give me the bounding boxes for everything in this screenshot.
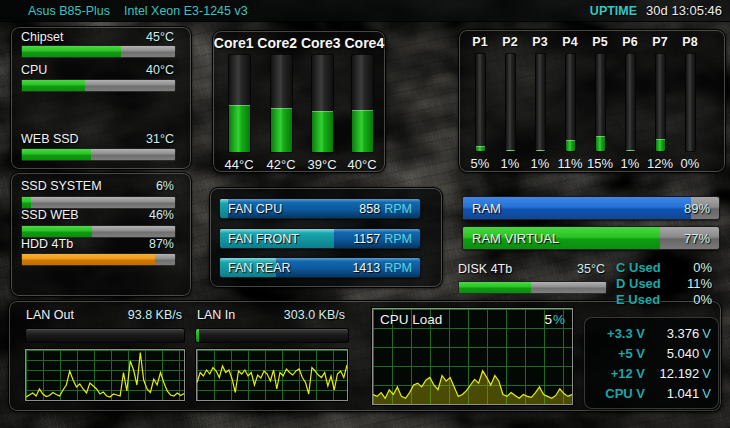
- fan-bar: FAN FRONT1157RPM: [219, 228, 421, 249]
- p-column: P2 1%: [497, 35, 523, 171]
- voltage-unit: V: [702, 346, 711, 361]
- cpu-load-graph: CPU Load 5%: [372, 308, 573, 405]
- drive-value: 6%: [156, 180, 174, 193]
- p-value: 0%: [677, 156, 703, 171]
- fan-rpm-unit: RPM: [384, 232, 412, 246]
- fan-label: FAN CPU: [228, 202, 282, 216]
- p-label: P8: [677, 35, 703, 49]
- fan-bar: FAN CPU858RPM: [219, 198, 421, 219]
- lan-out-bar: [25, 328, 185, 343]
- temp-value: 45°C: [146, 31, 174, 44]
- fan-rpm: 1157: [353, 232, 380, 246]
- voltage-value: 1.041: [667, 386, 700, 401]
- disk-temp-row: DISK 4Tb35°C: [458, 263, 605, 276]
- p-value: 5%: [467, 156, 493, 171]
- temp-label: WEB SSD: [21, 133, 79, 146]
- p-column: P3 1%: [527, 35, 553, 171]
- core-temps-panel: Core1 Core2 Core3 Core4 44°C 42°C 39°C 4…: [212, 30, 386, 173]
- p-value: 15%: [587, 156, 613, 171]
- core-temp-value: 40°C: [341, 157, 383, 172]
- p-column: P7 12%: [647, 35, 673, 171]
- temperature-panel: Chipset45°C CPU40°C WEB SSD31°C: [10, 26, 192, 170]
- fan-label: FAN REAR: [228, 261, 291, 275]
- lan-out-graph: [25, 349, 185, 401]
- used-value: 0%: [693, 293, 712, 307]
- p-label: P6: [617, 35, 643, 49]
- voltage-unit: V: [702, 366, 711, 381]
- core-column: 42°C: [260, 54, 302, 172]
- ram-value: 77%: [684, 231, 710, 246]
- drive-bar: [21, 253, 176, 266]
- voltage-unit: V: [702, 386, 711, 401]
- core-column: 40°C: [341, 54, 383, 172]
- disk-value: 35°C: [577, 263, 605, 276]
- lan-in-value: 303.0 KB/s: [284, 309, 345, 322]
- fan-label: FAN FRONT: [228, 232, 299, 246]
- used-label: D Used: [616, 277, 661, 291]
- voltage-value: 3.376: [667, 326, 700, 341]
- p-label: P7: [647, 35, 673, 49]
- p-column: P4 11%: [557, 35, 583, 171]
- ram-value: 89%: [684, 201, 710, 216]
- drive-label: HDD 4Tb: [21, 238, 73, 251]
- motherboard-name: Asus B85-Plus: [28, 4, 110, 18]
- voltage-value: 5.040: [667, 346, 700, 361]
- temp-value: 40°C: [146, 64, 174, 77]
- p-value: 1%: [527, 156, 553, 171]
- drive-label: SSD WEB: [21, 209, 79, 222]
- p-label: P4: [557, 35, 583, 49]
- ram-bar: RAM89%: [462, 196, 720, 220]
- lan-in-graph: [196, 349, 348, 401]
- temp-value: 31°C: [146, 133, 174, 146]
- ram-label: RAM VIRTUAL: [472, 231, 559, 246]
- voltage-label: +3.3 V: [585, 327, 645, 341]
- lan-out-value: 93.8 KB/s: [128, 309, 182, 322]
- p-column: P6 1%: [617, 35, 643, 171]
- fan-rpm-unit: RPM: [384, 202, 412, 216]
- thread-load-panel: P1 5% P2 1% P3 1% P4 11% P5 15% P6 1%: [458, 29, 726, 173]
- p-value: 1%: [497, 156, 523, 171]
- lan-in-bar: [195, 328, 349, 343]
- system-title: Asus B85-PlusIntel Xeon E3-1245 v3: [0, 4, 262, 18]
- cpu-load-unit: %: [553, 312, 565, 327]
- fan-bar: FAN REAR1413RPM: [219, 257, 421, 278]
- disk-temp-bar: [458, 281, 607, 294]
- temp-label: CPU: [21, 64, 47, 77]
- storage-panel: SSD SYSTEM6% SSD WEB46% HDD 4Tb87%: [10, 172, 192, 297]
- core-temp-value: 44°C: [218, 157, 260, 172]
- ram-virtual-bar: RAM VIRTUAL77%: [462, 226, 720, 250]
- cpu-load-value: 5: [544, 312, 552, 327]
- sensor-panel: Asus B85-PlusIntel Xeon E3-1245 v3 UPTIM…: [0, 0, 730, 428]
- temp-bar: [21, 148, 176, 161]
- bottom-panel: LAN Out93.8 KB/s LAN In303.0 KB/s CPU Lo…: [8, 300, 722, 412]
- voltages-panel: +3.3 V3.376V +5 V5.040V +12 V12.192V CPU…: [584, 317, 719, 409]
- core-column: 39°C: [301, 54, 343, 172]
- disk-label: DISK 4Tb: [458, 263, 512, 276]
- temp-bar: [21, 45, 176, 58]
- used-label: E Used: [616, 293, 660, 307]
- voltage-label: +12 V: [585, 367, 645, 381]
- p-column: P1 5%: [467, 35, 493, 171]
- drive-label: SSD SYSTEM: [21, 180, 102, 193]
- ram-label: RAM: [472, 201, 501, 216]
- voltage-label: CPU V: [585, 387, 645, 401]
- fan-rpm-unit: RPM: [384, 261, 412, 275]
- p-label: P1: [467, 35, 493, 49]
- p-column: P5 15%: [587, 35, 613, 171]
- core-temp-value: 39°C: [301, 157, 343, 172]
- p-label: P3: [527, 35, 553, 49]
- core-header: Core1 Core2 Core3 Core4: [213, 35, 385, 51]
- uptime-value: 30d 13:05:46: [646, 3, 722, 18]
- p-column: P8 0%: [677, 35, 703, 171]
- fans-panel: FAN CPU858RPM FAN FRONT1157RPM FAN REAR1…: [209, 187, 443, 288]
- p-value: 1%: [617, 156, 643, 171]
- fan-rpm: 1413: [352, 261, 380, 275]
- used-value: 0%: [693, 261, 712, 275]
- fan-rpm: 858: [359, 202, 380, 216]
- cpu-name: Intel Xeon E3-1245 v3: [124, 4, 248, 18]
- drive-value: 46%: [149, 209, 174, 222]
- cpu-load-label: CPU Load: [380, 312, 442, 327]
- temp-bar: [21, 79, 176, 92]
- p-label: P2: [497, 35, 523, 49]
- temp-label: Chipset: [21, 31, 63, 44]
